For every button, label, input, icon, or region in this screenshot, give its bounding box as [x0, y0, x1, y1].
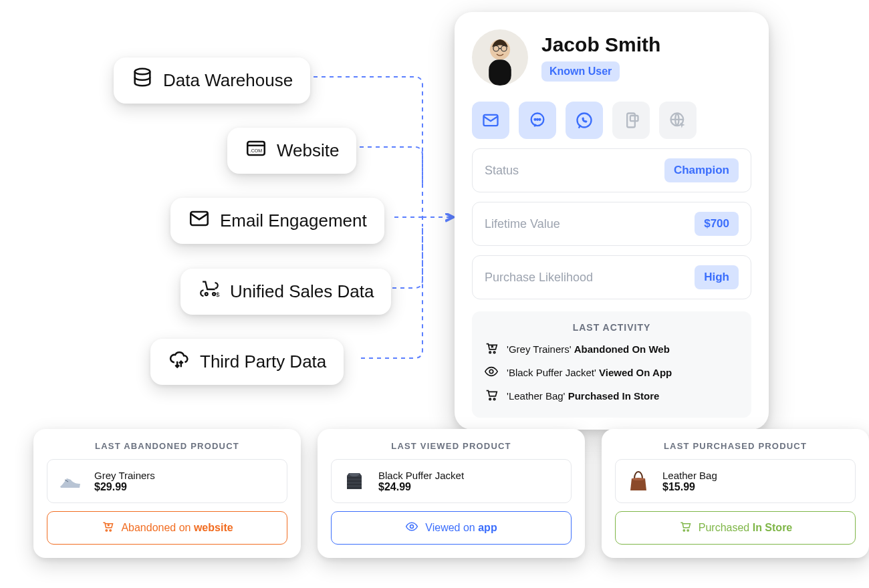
cart-icon: [484, 388, 499, 404]
product-name: Black Puffer Jacket: [378, 470, 464, 481]
stat-label: Status: [485, 164, 519, 178]
source-label: Third Party Data: [200, 351, 326, 372]
activity-text: 'Grey Trainers' Abandoned On Web: [507, 343, 670, 355]
channel-whatsapp[interactable]: [566, 102, 603, 139]
sales-icon: $: [198, 278, 221, 305]
stat-label: Purchase Likelihood: [485, 271, 593, 285]
card-last-viewed: LAST VIEWED PRODUCT Black Puffer Jacket …: [318, 429, 585, 558]
svg-point-15: [537, 119, 538, 120]
source-data-warehouse: Data Warehouse: [114, 57, 310, 104]
action-text: Abandoned on website: [121, 522, 233, 534]
product-thumb: [55, 466, 85, 496]
cart-icon: [678, 520, 692, 536]
channel-chat[interactable]: [519, 102, 556, 139]
source-unified-sales: $ Unified Sales Data: [180, 269, 391, 315]
profile-card: Jacob Smith Known User Status Champion L…: [455, 12, 769, 430]
svg-point-29: [632, 478, 645, 480]
product-name: Leather Bag: [662, 470, 717, 481]
product-thumb: [624, 466, 653, 496]
source-email-engagement: Email Engagement: [170, 198, 384, 244]
product-box: Grey Trainers $29.99: [47, 459, 287, 503]
svg-point-24: [489, 398, 491, 400]
action-purchased[interactable]: Purchased In Store: [615, 511, 856, 545]
source-label: Unified Sales Data: [230, 281, 374, 302]
svg-text:$: $: [216, 291, 220, 298]
svg-rect-19: [630, 116, 638, 121]
activity-item: 'Leather Bag' Purchased In Store: [484, 388, 739, 404]
svg-point-4: [205, 293, 208, 295]
source-website: .COM Website: [227, 128, 356, 174]
product-price: $24.99: [378, 481, 464, 493]
activity-text: 'Black Puffer Jacket' Viewed On App: [507, 367, 672, 378]
stat-label: Lifetime Value: [485, 217, 560, 231]
svg-rect-9: [489, 59, 511, 86]
action-viewed[interactable]: Viewed on app: [331, 511, 572, 545]
stat-status: Status Champion: [472, 148, 751, 192]
svg-point-5: [213, 293, 215, 295]
card-heading: LAST VIEWED PRODUCT: [331, 441, 572, 451]
eye-icon: [405, 520, 418, 536]
product-name: Grey Trainers: [94, 470, 155, 481]
avatar: [472, 29, 528, 86]
product-box: Black Puffer Jacket $24.99: [331, 459, 572, 503]
cloud-sync-icon: [168, 348, 191, 376]
svg-point-14: [535, 119, 536, 120]
svg-point-26: [106, 530, 108, 531]
svg-point-25: [493, 398, 495, 400]
channel-email[interactable]: [472, 102, 509, 139]
stat-value: Champion: [664, 158, 739, 182]
user-type-badge: Known User: [541, 61, 620, 82]
card-heading: LAST PURCHASED PRODUCT: [615, 441, 856, 451]
product-price: $15.99: [662, 481, 717, 493]
activity-text: 'Leather Bag' Purchased In Store: [507, 390, 659, 402]
svg-point-28: [410, 525, 414, 529]
svg-point-16: [539, 119, 541, 120]
channel-web[interactable]: [659, 102, 697, 139]
stat-value: $700: [695, 212, 739, 236]
database-icon: [131, 67, 154, 94]
product-box: Leather Bag $15.99: [615, 459, 856, 503]
stat-likelihood: Purchase Likelihood High: [472, 255, 751, 299]
email-icon: [188, 207, 211, 235]
svg-point-31: [687, 530, 689, 531]
last-activity-title: LAST ACTIVITY: [484, 322, 739, 333]
last-activity-panel: LAST ACTIVITY 'Grey Trainers' Abandoned …: [472, 311, 751, 418]
activity-item: 'Grey Trainers' Abandoned On Web: [484, 341, 739, 357]
source-third-party: Third Party Data: [150, 339, 344, 385]
svg-point-0: [135, 69, 150, 75]
card-last-purchased: LAST PURCHASED PRODUCT Leather Bag $15.9…: [602, 429, 869, 558]
activity-item: 'Black Puffer Jacket' Viewed On App: [484, 364, 739, 381]
profile-name: Jacob Smith: [541, 33, 660, 56]
action-text: Purchased In Store: [699, 522, 793, 534]
stat-ltv: Lifetime Value $700: [472, 202, 751, 246]
website-icon: .COM: [245, 137, 267, 164]
source-label: Website: [277, 140, 339, 161]
cart-x-icon: [101, 520, 114, 536]
eye-icon: [484, 364, 499, 381]
svg-point-23: [489, 370, 493, 374]
svg-point-22: [493, 351, 495, 353]
cart-x-icon: [484, 341, 499, 357]
action-text: Viewed on app: [425, 522, 497, 534]
product-price: $29.99: [94, 481, 155, 493]
product-thumb: [340, 466, 369, 496]
source-label: Email Engagement: [220, 210, 367, 231]
svg-point-21: [489, 351, 491, 353]
svg-point-30: [683, 530, 685, 531]
action-abandoned[interactable]: Abandoned on website: [47, 511, 287, 545]
svg-text:.COM: .COM: [250, 148, 263, 154]
source-label: Data Warehouse: [163, 70, 293, 91]
stat-value: High: [695, 265, 739, 289]
svg-point-27: [110, 530, 111, 531]
channel-row: [472, 102, 751, 139]
card-heading: LAST ABANDONED PRODUCT: [47, 441, 287, 451]
channel-push[interactable]: [612, 102, 650, 139]
card-last-abandoned: LAST ABANDONED PRODUCT Grey Trainers $29…: [33, 429, 301, 558]
